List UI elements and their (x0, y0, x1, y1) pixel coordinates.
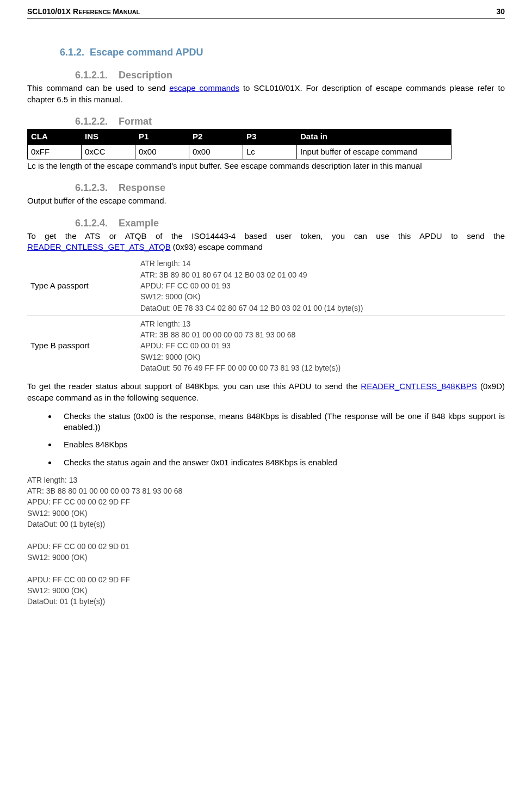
heading-6-1-2-3: 6.1.2.3. Response (27, 181, 505, 194)
th-ins: INS (82, 130, 135, 144)
th-cla: CLA (28, 130, 82, 144)
paragraph-description: This command can be used to send escape … (27, 83, 505, 105)
td-cla: 0xFF (28, 144, 82, 159)
paragraph-example-1: To get the ATS or ATQB of the ISO14443-4… (27, 231, 505, 253)
td-ins: 0xCC (82, 144, 135, 159)
example-table: Type A passport ATR length: 14 ATR: 3B 8… (27, 256, 505, 376)
heading-6-1-2-1: 6.1.2.1. Description (27, 69, 505, 82)
list-item: Enables 848Kbps (57, 439, 505, 450)
heading-6-1-2-2: 6.1.2.2. Format (27, 115, 505, 128)
td-datain: Input buffer of escape command (297, 144, 451, 159)
link-get-ats-atqb[interactable]: READER_CNTLESS_GET_ATS_ATQB (27, 242, 171, 251)
page-header: SCL010/01X REFERENCE MANUAL 30 (27, 7, 505, 19)
heading-6-1-2-4: 6.1.2.4. Example (27, 217, 505, 230)
table-row: 0xFF 0xCC 0x00 0x00 Lc Input buffer of e… (28, 144, 451, 159)
td-p2: 0x00 (189, 144, 243, 159)
th-p2: P2 (189, 130, 243, 144)
example-code-b: ATR length: 13 ATR: 3B 88 80 01 00 00 00… (137, 316, 505, 376)
th-datain: Data in (297, 130, 451, 144)
td-p1: 0x00 (135, 144, 189, 159)
link-848kbps[interactable]: READER_CNTLESS_848KBPS (361, 381, 477, 391)
paragraph-response: Output buffer of the escape command. (27, 195, 505, 206)
paragraph-lc-note: Lc is the length of the escape command's… (27, 161, 505, 171)
apdu-format-table: CLA INS P1 P2 P3 Data in 0xFF 0xCC 0x00 … (27, 129, 451, 159)
example-row-b: Type B passport ATR length: 13 ATR: 3B 8… (27, 316, 505, 376)
td-p3: Lc (243, 144, 297, 159)
example-code-a: ATR length: 14 ATR: 3B 89 80 01 80 67 04… (137, 256, 505, 316)
heading-6-1-2: 6.1.2. Escape command APDU (27, 46, 505, 59)
code-output-848: ATR length: 13 ATR: 3B 88 80 01 00 00 00… (27, 475, 505, 607)
list-item: Checks the status again and the answer 0… (57, 457, 505, 468)
example-label-b: Type B passport (27, 316, 137, 376)
list-item: Checks the status (0x00 is the response,… (57, 411, 505, 433)
doc-title: SCL010/01X REFERENCE MANUAL (27, 7, 140, 17)
th-p3: P3 (243, 130, 297, 144)
page-number: 30 (496, 7, 505, 17)
bullet-list: Checks the status (0x00 is the response,… (57, 411, 505, 468)
example-label-a: Type A passport (27, 256, 137, 316)
link-escape-commands[interactable]: escape commands (169, 83, 239, 93)
th-p1: P1 (135, 130, 189, 144)
example-row-a: Type A passport ATR length: 14 ATR: 3B 8… (27, 256, 505, 316)
paragraph-example-2: To get the reader status about support o… (27, 381, 505, 403)
